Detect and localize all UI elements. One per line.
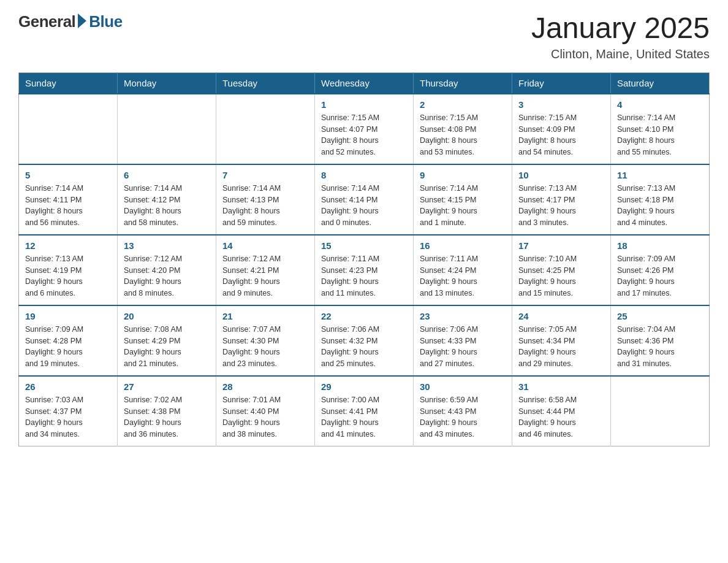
day-info: Sunrise: 7:14 AM Sunset: 4:15 PM Dayligh… [420, 183, 506, 229]
calendar-header-monday: Monday [118, 72, 216, 94]
calendar-day-cell: 30Sunrise: 6:59 AM Sunset: 4:43 PM Dayli… [414, 376, 512, 446]
day-info: Sunrise: 7:01 AM Sunset: 4:40 PM Dayligh… [222, 394, 308, 440]
calendar-header-saturday: Saturday [611, 72, 710, 94]
logo-triangle-icon [78, 13, 86, 28]
calendar-week-row: 19Sunrise: 7:09 AM Sunset: 4:28 PM Dayli… [19, 305, 710, 376]
day-number: 1 [321, 99, 407, 110]
day-number: 26 [25, 381, 111, 392]
day-number: 8 [321, 170, 407, 180]
logo-general-text: General [18, 12, 75, 31]
day-info: Sunrise: 7:13 AM Sunset: 4:17 PM Dayligh… [518, 183, 604, 229]
calendar-day-cell: 11Sunrise: 7:13 AM Sunset: 4:18 PM Dayli… [611, 164, 710, 235]
calendar-day-cell: 17Sunrise: 7:10 AM Sunset: 4:25 PM Dayli… [512, 235, 611, 305]
day-number: 14 [222, 240, 308, 251]
day-info: Sunrise: 7:02 AM Sunset: 4:38 PM Dayligh… [124, 394, 210, 440]
day-number: 4 [617, 99, 703, 110]
day-info: Sunrise: 7:14 AM Sunset: 4:13 PM Dayligh… [222, 183, 308, 229]
day-number: 21 [222, 311, 308, 321]
day-info: Sunrise: 7:12 AM Sunset: 4:20 PM Dayligh… [124, 253, 210, 299]
day-number: 29 [321, 381, 407, 392]
day-number: 13 [124, 240, 210, 251]
calendar-day-cell: 29Sunrise: 7:00 AM Sunset: 4:41 PM Dayli… [315, 376, 414, 446]
calendar-day-cell: 8Sunrise: 7:14 AM Sunset: 4:14 PM Daylig… [315, 164, 414, 235]
calendar-day-cell: 9Sunrise: 7:14 AM Sunset: 4:15 PM Daylig… [414, 164, 512, 235]
day-info: Sunrise: 7:12 AM Sunset: 4:21 PM Dayligh… [222, 253, 308, 299]
day-info: Sunrise: 7:14 AM Sunset: 4:14 PM Dayligh… [321, 183, 407, 229]
day-info: Sunrise: 7:13 AM Sunset: 4:19 PM Dayligh… [25, 253, 111, 299]
calendar-day-cell [118, 94, 216, 164]
calendar-day-cell: 24Sunrise: 7:05 AM Sunset: 4:34 PM Dayli… [512, 305, 611, 376]
calendar-day-cell: 21Sunrise: 7:07 AM Sunset: 4:30 PM Dayli… [216, 305, 315, 376]
day-info: Sunrise: 7:03 AM Sunset: 4:37 PM Dayligh… [25, 394, 111, 440]
calendar-day-cell: 28Sunrise: 7:01 AM Sunset: 4:40 PM Dayli… [216, 376, 315, 446]
day-number: 31 [518, 381, 604, 392]
day-info: Sunrise: 7:13 AM Sunset: 4:18 PM Dayligh… [617, 183, 703, 229]
day-number: 10 [518, 170, 604, 180]
day-number: 20 [124, 311, 210, 321]
day-info: Sunrise: 7:06 AM Sunset: 4:32 PM Dayligh… [321, 324, 407, 370]
day-info: Sunrise: 7:09 AM Sunset: 4:28 PM Dayligh… [25, 324, 111, 370]
day-number: 2 [420, 99, 506, 110]
calendar-week-row: 5Sunrise: 7:14 AM Sunset: 4:11 PM Daylig… [19, 164, 710, 235]
day-number: 17 [518, 240, 604, 251]
day-number: 25 [617, 311, 703, 321]
calendar-day-cell: 26Sunrise: 7:03 AM Sunset: 4:37 PM Dayli… [19, 376, 118, 446]
calendar-day-cell [216, 94, 315, 164]
calendar-day-cell: 4Sunrise: 7:14 AM Sunset: 4:10 PM Daylig… [611, 94, 710, 164]
day-number: 18 [617, 240, 703, 251]
day-info: Sunrise: 7:09 AM Sunset: 4:26 PM Dayligh… [617, 253, 703, 299]
calendar-header-thursday: Thursday [414, 72, 512, 94]
day-info: Sunrise: 7:07 AM Sunset: 4:30 PM Dayligh… [222, 324, 308, 370]
day-info: Sunrise: 7:06 AM Sunset: 4:33 PM Dayligh… [420, 324, 506, 370]
calendar-day-cell: 10Sunrise: 7:13 AM Sunset: 4:17 PM Dayli… [512, 164, 611, 235]
calendar-header-friday: Friday [512, 72, 611, 94]
calendar-day-cell: 15Sunrise: 7:11 AM Sunset: 4:23 PM Dayli… [315, 235, 414, 305]
calendar-day-cell: 18Sunrise: 7:09 AM Sunset: 4:26 PM Dayli… [611, 235, 710, 305]
calendar-day-cell: 3Sunrise: 7:15 AM Sunset: 4:09 PM Daylig… [512, 94, 611, 164]
day-info: Sunrise: 7:14 AM Sunset: 4:10 PM Dayligh… [617, 112, 703, 158]
calendar-day-cell [611, 376, 710, 446]
day-info: Sunrise: 7:08 AM Sunset: 4:29 PM Dayligh… [124, 324, 210, 370]
logo-blue-text: Blue [89, 12, 122, 31]
calendar-day-cell: 22Sunrise: 7:06 AM Sunset: 4:32 PM Dayli… [315, 305, 414, 376]
calendar-table: SundayMondayTuesdayWednesdayThursdayFrid… [18, 72, 710, 447]
day-number: 22 [321, 311, 407, 321]
calendar-week-row: 12Sunrise: 7:13 AM Sunset: 4:19 PM Dayli… [19, 235, 710, 305]
calendar-header-wednesday: Wednesday [315, 72, 414, 94]
day-number: 3 [518, 99, 604, 110]
calendar-week-row: 1Sunrise: 7:15 AM Sunset: 4:07 PM Daylig… [19, 94, 710, 164]
calendar-header-row: SundayMondayTuesdayWednesdayThursdayFrid… [19, 72, 710, 94]
day-info: Sunrise: 7:05 AM Sunset: 4:34 PM Dayligh… [518, 324, 604, 370]
calendar-day-cell: 1Sunrise: 7:15 AM Sunset: 4:07 PM Daylig… [315, 94, 414, 164]
day-info: Sunrise: 7:15 AM Sunset: 4:07 PM Dayligh… [321, 112, 407, 158]
day-info: Sunrise: 7:11 AM Sunset: 4:24 PM Dayligh… [420, 253, 506, 299]
day-number: 19 [25, 311, 111, 321]
day-number: 30 [420, 381, 506, 392]
calendar-week-row: 26Sunrise: 7:03 AM Sunset: 4:37 PM Dayli… [19, 376, 710, 446]
location-text: Clinton, Maine, United States [531, 47, 710, 61]
day-number: 12 [25, 240, 111, 251]
calendar-day-cell: 6Sunrise: 7:14 AM Sunset: 4:12 PM Daylig… [118, 164, 216, 235]
day-info: Sunrise: 7:11 AM Sunset: 4:23 PM Dayligh… [321, 253, 407, 299]
day-info: Sunrise: 7:15 AM Sunset: 4:09 PM Dayligh… [518, 112, 604, 158]
day-info: Sunrise: 7:14 AM Sunset: 4:11 PM Dayligh… [25, 183, 111, 229]
day-number: 9 [420, 170, 506, 180]
calendar-day-cell: 7Sunrise: 7:14 AM Sunset: 4:13 PM Daylig… [216, 164, 315, 235]
calendar-day-cell: 16Sunrise: 7:11 AM Sunset: 4:24 PM Dayli… [414, 235, 512, 305]
calendar-day-cell: 31Sunrise: 6:58 AM Sunset: 4:44 PM Dayli… [512, 376, 611, 446]
calendar-day-cell: 25Sunrise: 7:04 AM Sunset: 4:36 PM Dayli… [611, 305, 710, 376]
day-info: Sunrise: 7:15 AM Sunset: 4:08 PM Dayligh… [420, 112, 506, 158]
day-info: Sunrise: 7:14 AM Sunset: 4:12 PM Dayligh… [124, 183, 210, 229]
day-number: 27 [124, 381, 210, 392]
calendar-day-cell: 2Sunrise: 7:15 AM Sunset: 4:08 PM Daylig… [414, 94, 512, 164]
day-number: 7 [222, 170, 308, 180]
day-info: Sunrise: 6:58 AM Sunset: 4:44 PM Dayligh… [518, 394, 604, 440]
day-number: 15 [321, 240, 407, 251]
day-number: 6 [124, 170, 210, 180]
day-info: Sunrise: 7:10 AM Sunset: 4:25 PM Dayligh… [518, 253, 604, 299]
calendar-header-sunday: Sunday [19, 72, 118, 94]
day-info: Sunrise: 7:00 AM Sunset: 4:41 PM Dayligh… [321, 394, 407, 440]
day-number: 5 [25, 170, 111, 180]
day-number: 16 [420, 240, 506, 251]
calendar-day-cell: 27Sunrise: 7:02 AM Sunset: 4:38 PM Dayli… [118, 376, 216, 446]
